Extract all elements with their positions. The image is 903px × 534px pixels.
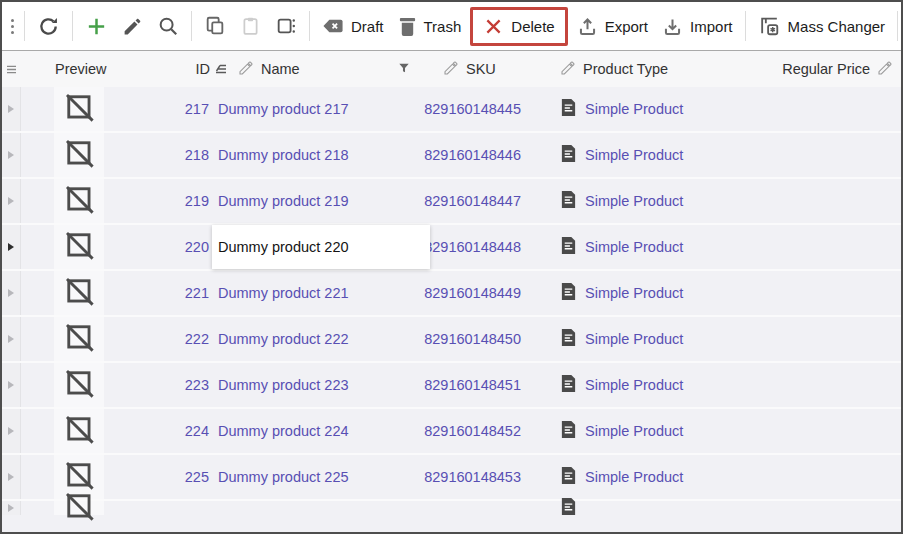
cell-sku[interactable]: 829160148447 [430,179,527,223]
cell-name[interactable]: Dummy product 219 [212,179,430,223]
cell-product-type[interactable]: Simple Product [527,363,702,407]
edit-column-icon[interactable] [877,60,893,79]
cell-regular-price[interactable] [702,501,901,515]
drag-handle-icon[interactable] [6,19,19,34]
cell-regular-price[interactable] [702,317,901,361]
cell-regular-price[interactable] [702,455,901,499]
cell-name[interactable]: Dummy product 218 [212,133,430,177]
row-handle[interactable] [2,501,21,515]
row-product-type: Simple Product [585,147,683,163]
trash-button[interactable]: Trash [391,11,469,42]
select-all-corner[interactable] [2,51,21,87]
cell-id[interactable]: 224 [171,409,212,453]
paste-button[interactable] [233,10,268,42]
cell-product-type[interactable]: Simple Product [527,409,702,453]
cell-sku[interactable]: 829160148452 [430,409,527,453]
cell-name-editor[interactable]: Dummy product 220 [212,225,430,269]
cell-preview[interactable] [21,501,171,515]
column-header-name[interactable]: Name [212,51,430,87]
refresh-button[interactable] [30,10,67,43]
cell-regular-price[interactable] [702,179,901,223]
cell-product-type[interactable]: Simple Product [527,179,702,223]
copy-button[interactable] [197,10,233,42]
cell-product-type[interactable]: Simple Product [527,317,702,361]
cell-sku[interactable]: 829160148445 [430,87,527,131]
cell-regular-price[interactable] [702,133,901,177]
cell-name[interactable]: Dummy product 224 [212,409,430,453]
cell-sku[interactable]: 829160148453 [430,455,527,499]
cell-sku[interactable]: 829160148446 [430,133,527,177]
row-handle[interactable] [2,455,21,499]
cell-preview[interactable] [21,225,171,269]
select-cells-button[interactable] [268,10,304,42]
edit-column-icon[interactable] [238,60,254,79]
import-button[interactable]: Import [655,11,740,42]
select-cells-icon [275,15,297,37]
draft-button[interactable]: Draft [315,11,391,41]
column-header-regular-price[interactable]: Regular Price [702,51,901,87]
cell-regular-price[interactable] [702,225,901,269]
row-handle[interactable] [2,87,21,131]
cell-name[interactable]: Dummy product 217 [212,87,430,131]
cell-regular-price[interactable] [702,87,901,131]
row-handle[interactable] [2,133,21,177]
row-handle[interactable] [2,409,21,453]
column-header-preview[interactable]: Preview [21,51,171,87]
row-handle[interactable] [2,225,21,269]
row-handle[interactable] [2,179,21,223]
cell-preview[interactable] [21,455,171,499]
cell-id[interactable]: 217 [171,87,212,131]
cell-id[interactable]: 220 [171,225,212,269]
cell-preview[interactable] [21,363,171,407]
cell-id[interactable]: 225 [171,455,212,499]
cell-sku[interactable]: 829160148449 [430,271,527,315]
products-spreadsheet: Preview ID Name [2,51,901,532]
cell-product-type[interactable] [527,501,702,515]
edit-column-icon[interactable] [443,60,459,79]
cell-preview[interactable] [21,133,171,177]
cell-sku[interactable] [430,501,527,515]
edit-button[interactable] [115,11,150,42]
cell-preview[interactable] [21,179,171,223]
cell-id[interactable]: 218 [171,133,212,177]
cell-id[interactable]: 222 [171,317,212,361]
cell-regular-price[interactable] [702,409,901,453]
cell-name[interactable]: Dummy product 223 [212,363,430,407]
cell-id[interactable] [171,501,212,515]
cell-preview[interactable] [21,317,171,361]
cell-sku[interactable]: 829160148451 [430,363,527,407]
cell-preview[interactable] [21,271,171,315]
export-button[interactable]: Export [570,11,655,42]
cell-regular-price[interactable] [702,271,901,315]
cell-name[interactable]: Dummy product 225 [212,455,430,499]
search-button[interactable] [150,10,186,42]
cell-id[interactable]: 219 [171,179,212,223]
cell-preview[interactable] [21,409,171,453]
add-row-button[interactable] [78,10,115,43]
cell-product-type[interactable]: Simple Product [527,271,702,315]
thumbnail-placeholder [54,501,104,515]
cell-name[interactable]: Dummy product 221 [212,271,430,315]
cell-regular-price[interactable] [702,363,901,407]
cell-name[interactable]: Dummy product 222 [212,317,430,361]
cell-sku[interactable]: 829160148448 [430,225,527,269]
column-header-id[interactable]: ID [171,51,212,87]
cell-product-type[interactable]: Simple Product [527,87,702,131]
filter-icon[interactable] [398,61,430,77]
cell-product-type[interactable]: Simple Product [527,133,702,177]
cell-id[interactable]: 223 [171,363,212,407]
cell-product-type[interactable]: Simple Product [527,455,702,499]
cell-name[interactable] [212,501,430,515]
row-handle[interactable] [2,317,21,361]
row-handle[interactable] [2,363,21,407]
column-header-product-type[interactable]: Product Type [527,51,702,87]
cell-product-type[interactable]: Simple Product [527,225,702,269]
delete-button[interactable]: Delete [476,11,561,42]
mass-changer-button[interactable]: Mass Changer [751,10,893,42]
column-header-sku[interactable]: SKU [430,51,527,87]
cell-sku[interactable]: 829160148450 [430,317,527,361]
cell-id[interactable]: 221 [171,271,212,315]
edit-column-icon[interactable] [560,60,576,79]
row-handle[interactable] [2,271,21,315]
cell-preview[interactable] [21,87,171,131]
